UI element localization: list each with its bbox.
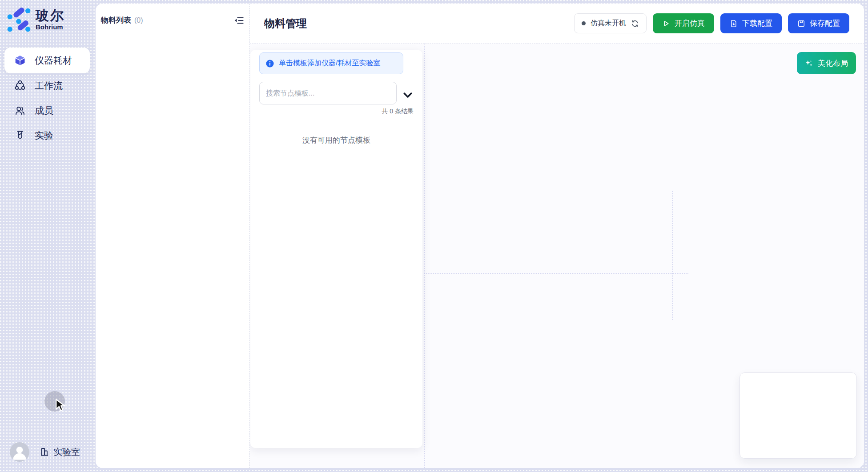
- empty-state-text: 没有可用的节点模板: [250, 135, 422, 145]
- page-header: 物料管理 仿真未开机 开启仿真: [250, 4, 864, 44]
- brand-subtitle: Bohrium: [36, 23, 65, 31]
- template-hint-banner: 单击模板添加仪器/耗材至实验室: [259, 52, 403, 74]
- sidebar-item-label: 工作流: [35, 80, 63, 92]
- materials-list-panel: 物料列表 (0): [96, 4, 249, 468]
- layout-canvas[interactable]: 单击模板添加仪器/耗材至实验室 共 0 条结果 没有可用的节点模板 美化布局: [250, 44, 864, 468]
- lab-switcher[interactable]: 实验室: [39, 446, 80, 458]
- materials-list-title: 物料列表: [101, 15, 131, 25]
- lab-label: 实验室: [53, 446, 80, 458]
- user-avatar[interactable]: [10, 442, 29, 462]
- canvas-guide-horizontal: [424, 273, 688, 274]
- download-config-button[interactable]: 下载配置: [720, 13, 782, 33]
- status-dot-icon: [582, 21, 586, 25]
- sidebar-item-members[interactable]: 成员: [4, 98, 90, 123]
- sidebar-nav: 仪器耗材 工作流 成员: [4, 48, 90, 148]
- materials-list-count: (0): [134, 16, 143, 24]
- experiment-icon: [14, 130, 26, 141]
- building-icon: [39, 447, 50, 457]
- header-actions: 仿真未开机 开启仿真 下载配置: [574, 13, 849, 33]
- refresh-icon[interactable]: [631, 20, 639, 28]
- template-search-input[interactable]: [259, 82, 397, 104]
- template-hint-text: 单击模板添加仪器/耗材至实验室: [279, 59, 380, 68]
- minimap-panel[interactable]: [739, 372, 857, 459]
- brand-logo: 玻尔 Bohrium: [7, 6, 65, 32]
- sidebar-footer: 实验室: [10, 442, 80, 462]
- beautify-layout-label: 美化布局: [818, 58, 848, 68]
- sidebar-item-label: 实验: [35, 129, 53, 142]
- canvas-guide-vertical: [672, 191, 673, 320]
- page-title: 物料管理: [264, 16, 307, 31]
- sparkles-icon: [805, 59, 813, 68]
- bohrium-logo-icon: [7, 6, 31, 32]
- sidebar-item-experiment[interactable]: 实验: [4, 123, 90, 148]
- save-config-button[interactable]: 保存配置: [788, 13, 849, 33]
- play-icon: [662, 20, 670, 28]
- save-icon: [797, 20, 805, 28]
- start-simulation-button[interactable]: 开启仿真: [653, 13, 714, 33]
- materials-list-header: 物料列表 (0): [101, 15, 244, 26]
- download-config-label: 下载配置: [742, 18, 772, 28]
- sidebar-item-workflow[interactable]: 工作流: [4, 73, 90, 98]
- beautify-layout-button[interactable]: 美化布局: [797, 52, 856, 74]
- collapse-panel-icon[interactable]: [233, 15, 244, 26]
- workflow-icon: [14, 80, 26, 92]
- members-icon: [14, 105, 26, 116]
- brand-name: 玻尔: [36, 8, 65, 23]
- simulation-status-label: 仿真未开机: [591, 19, 626, 28]
- simulation-status-pill[interactable]: 仿真未开机: [574, 13, 647, 33]
- info-icon: [265, 59, 274, 68]
- person-icon: [10, 442, 29, 462]
- chevron-down-icon[interactable]: [402, 89, 414, 101]
- results-count: 共 0 条结果: [382, 108, 414, 116]
- main-window: 物料列表 (0) 物料管理 仿真未开机: [96, 4, 864, 468]
- sidebar-item-label: 成员: [35, 104, 53, 117]
- node-template-panel: 单击模板添加仪器/耗材至实验室 共 0 条结果 没有可用的节点模板: [250, 50, 422, 448]
- sidebar-item-label: 仪器耗材: [35, 54, 72, 67]
- start-simulation-label: 开启仿真: [675, 18, 705, 28]
- sidebar-item-instruments[interactable]: 仪器耗材: [4, 48, 90, 73]
- mouse-cursor-icon: [55, 399, 67, 412]
- canvas-guide-vertical: [424, 44, 425, 468]
- cube-icon: [14, 55, 26, 66]
- save-config-label: 保存配置: [810, 18, 840, 28]
- file-download-icon: [730, 20, 738, 28]
